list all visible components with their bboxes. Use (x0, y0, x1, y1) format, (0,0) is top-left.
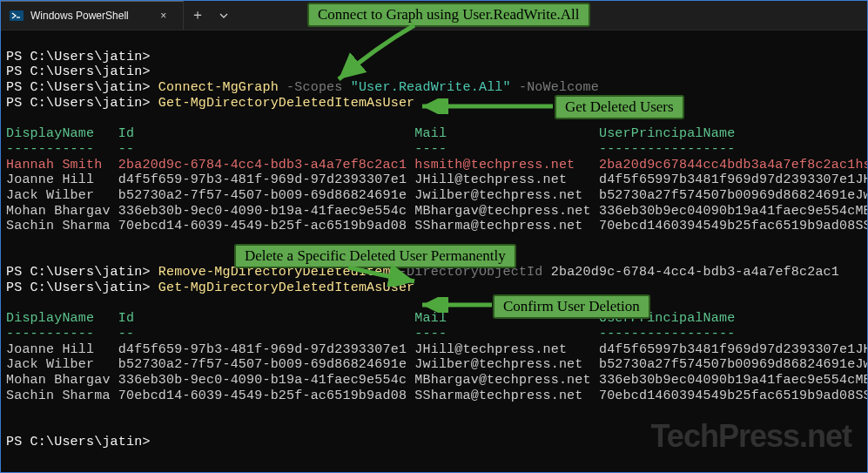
table-row: Sachin Sharma 70ebcd14-6039-4549-b25f-ac… (6, 389, 868, 403)
close-tab-button[interactable]: × (157, 9, 171, 23)
table-row: Hannah Smith 2ba20d9c-6784-4cc4-bdb3-a4a… (6, 158, 868, 172)
prompt: PS C:\Users\jatin> (6, 435, 151, 449)
new-tab-button[interactable]: ＋ (184, 1, 212, 30)
powershell-icon (10, 9, 24, 23)
column-header: DisplayName Id Mail UserPrincipalName (6, 126, 735, 141)
callout-connect: Connect to Graph using User.ReadWrite.Al… (307, 3, 590, 27)
table-row: Sachin Sharma 70ebcd14-6039-4549-b25f-ac… (6, 219, 868, 233)
terminal-output[interactable]: PS C:\Users\jatin> PS C:\Users\jatin> PS… (1, 30, 867, 454)
prompt: PS C:\Users\jatin> (6, 50, 151, 64)
new-tab-dropdown[interactable] (212, 1, 236, 30)
arg-scopes: -Scopes (286, 80, 342, 95)
column-sep: ----------- -- ---- ----------------- (6, 327, 735, 341)
table-row: Jack Wilber b52730a2-7f57-4507-b009-69d8… (6, 188, 868, 203)
callout-confirm: Confirm User Deletion (493, 294, 650, 319)
table-row: Joanne Hill d4f5f659-97b3-481f-969d-97d2… (6, 342, 868, 357)
terminal-tab[interactable]: Windows PowerShell × (1, 1, 184, 30)
table-row: Joanne Hill d4f5f659-97b3-481f-969d-97d2… (6, 172, 868, 187)
val-dirobjid: 2ba20d9c-6784-4cc4-bdb3-a4a7ef8c2ac1 (551, 265, 839, 280)
callout-getdeleted: Get Deleted Users (555, 95, 684, 119)
arg-nowelcome: -NoWelcome (519, 80, 599, 95)
callout-delete: Delete a Specific Deleted User Permanent… (234, 244, 516, 268)
cmd-connect: Connect-MgGraph (158, 80, 279, 95)
table-row: Jack Wilber b52730a2-7f57-4507-b009-69d8… (6, 357, 868, 372)
table-row: Mohan Bhargav 336eb30b-9ec0-4090-b19a-41… (6, 204, 868, 219)
tab-title: Windows PowerShell (30, 10, 129, 22)
prompt: PS C:\Users\jatin> (6, 280, 151, 295)
table-row: Mohan Bhargav 336eb30b-9ec0-4090-b19a-41… (6, 373, 868, 388)
prompt: PS C:\Users\jatin> (6, 96, 151, 111)
val-scope: "User.ReadWrite.All" (351, 80, 511, 95)
column-sep: ----------- -- ---- ----------------- (6, 142, 735, 157)
prompt: PS C:\Users\jatin> (6, 64, 151, 79)
cmd-getdeleted2: Get-MgDirectoryDeletedItemAsUser (158, 280, 414, 295)
cmd-getdeleted: Get-MgDirectoryDeletedItemAsUser (158, 96, 414, 111)
prompt: PS C:\Users\jatin> (6, 265, 151, 280)
prompt: PS C:\Users\jatin> (6, 80, 151, 95)
